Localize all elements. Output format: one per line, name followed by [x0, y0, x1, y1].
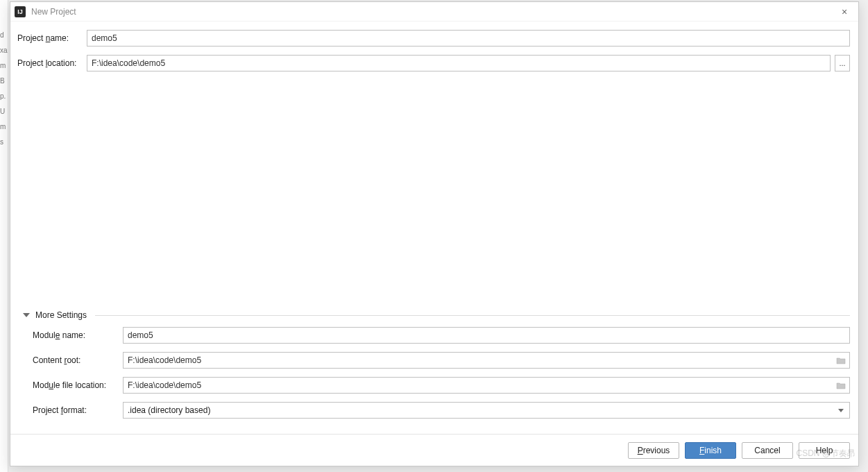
module-file-location-label: Module file location: — [33, 380, 123, 390]
app-icon: IJ — [15, 6, 26, 17]
titlebar[interactable]: IJ New Project × — [10, 2, 858, 22]
module-file-location-row: Module file location: — [33, 377, 850, 394]
more-settings-section: More Settings Module name: Content root: — [17, 305, 850, 434]
project-name-row: Project name: — [17, 30, 850, 47]
project-location-row: Project location: ... — [17, 55, 850, 71]
background-sidebar-fragment: d xa m B p. U m s — [0, 0, 8, 472]
browse-location-button[interactable]: ... — [835, 55, 850, 71]
more-settings-label: More Settings — [35, 310, 87, 320]
chevron-down-icon — [23, 313, 30, 317]
project-name-label: Project name: — [17, 33, 87, 43]
project-format-label: Project format: — [33, 405, 123, 415]
help-button[interactable]: Help — [799, 442, 850, 459]
dialog-title: New Project — [31, 7, 835, 17]
cancel-button[interactable]: Cancel — [742, 442, 793, 459]
module-name-row: Module name: — [33, 327, 850, 344]
finish-button[interactable]: Finish — [685, 442, 736, 459]
project-format-row: Project format: .idea (directory based) — [33, 402, 850, 419]
module-file-location-input[interactable] — [123, 377, 850, 394]
content-root-row: Content root: — [33, 352, 850, 369]
folder-icon[interactable] — [836, 382, 846, 389]
dialog-content: Project name: Project location: ... More… — [10, 22, 858, 434]
content-spacer — [17, 80, 850, 305]
chevron-down-icon — [838, 409, 844, 412]
module-name-input[interactable] — [123, 327, 850, 344]
project-format-select[interactable]: .idea (directory based) — [123, 402, 850, 419]
new-project-dialog: IJ New Project × Project name: Project l… — [10, 1, 859, 466]
project-format-value: .idea (directory based) — [128, 405, 210, 415]
content-root-label: Content root: — [33, 355, 123, 365]
button-bar: Previous Finish Cancel Help — [10, 434, 858, 466]
content-root-input[interactable] — [123, 352, 850, 369]
folder-icon[interactable] — [836, 357, 846, 364]
project-name-input[interactable] — [87, 30, 850, 47]
module-name-label: Module name: — [33, 330, 123, 340]
previous-button[interactable]: Previous — [628, 442, 679, 459]
more-settings-divider — [95, 315, 850, 316]
more-settings-header[interactable]: More Settings — [23, 310, 850, 320]
project-location-input[interactable] — [87, 55, 831, 71]
project-location-label: Project location: — [17, 58, 87, 68]
close-icon[interactable]: × — [835, 6, 854, 17]
